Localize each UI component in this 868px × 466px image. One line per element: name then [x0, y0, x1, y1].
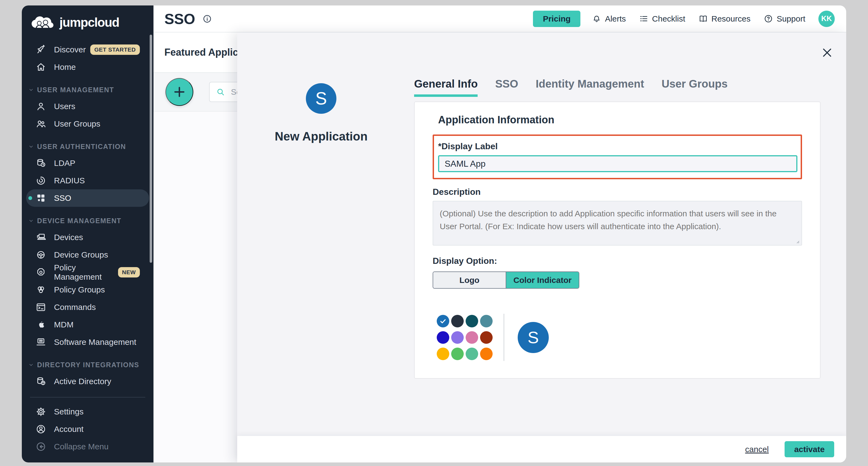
sidebar-section-directory-integrations[interactable]: DIRECTORY INTEGRATIONS [22, 357, 153, 373]
sidebar-item-label: User Groups [54, 119, 100, 128]
activate-button[interactable]: activate [784, 441, 834, 457]
sidebar-section-device-management[interactable]: DEVICE MANAGEMENT [22, 213, 153, 229]
color-swatch-fa7c06[interactable] [480, 348, 493, 360]
sidebar-item-devices[interactable]: Devices [26, 229, 149, 246]
sidebar-section-user-authentication[interactable]: USER AUTHENTICATION [22, 139, 153, 154]
account-circle-icon [35, 424, 46, 435]
user-group-icon [35, 118, 46, 129]
check-icon [439, 317, 447, 325]
action-label: Resources [712, 14, 750, 24]
sidebar-section-label: USER MANAGEMENT [37, 86, 114, 94]
jumpcloud-logo[interactable]: jumpcloud [31, 15, 153, 30]
tab-general-info[interactable]: General Info [414, 78, 477, 97]
sidebar-item-label: RADIUS [54, 176, 85, 185]
sidebar-item-ldap[interactable]: LDAP [26, 154, 149, 172]
tab-user-groups[interactable]: User Groups [662, 78, 727, 97]
color-swatch-57c262[interactable] [451, 348, 464, 360]
sso-grid-icon [35, 193, 46, 204]
jumpcloud-cloud-icon [31, 15, 56, 30]
question-circle-icon [764, 14, 773, 24]
app-window: jumpcloud DiscoverGET STARTEDHomeUSER MA… [22, 5, 846, 462]
sidebar-scrollbar[interactable] [150, 35, 152, 263]
sidebar-section-label: DIRECTORY INTEGRATIONS [37, 361, 139, 369]
annotation-highlight-box: *Display Label [433, 135, 802, 179]
sidebar-item-discover[interactable]: DiscoverGET STARTED [26, 41, 149, 58]
color-swatch-8a71e8[interactable] [451, 331, 464, 344]
color-swatch-57bf96[interactable] [466, 348, 478, 360]
display-option-toggle: Logo Color Indicator [433, 271, 579, 289]
sidebar-item-device-groups[interactable]: Device Groups [26, 246, 149, 264]
sidebar-item-label: Devices [54, 233, 83, 242]
search-icon [216, 87, 225, 97]
home-icon [35, 62, 46, 72]
tab-identity-management[interactable]: Identity Management [536, 78, 644, 97]
color-indicator-option[interactable]: Color Indicator [506, 272, 579, 288]
sidebar-item-label: Account [54, 425, 84, 434]
color-picker-row: S [433, 314, 802, 361]
color-swatch-1a6fb5[interactable] [437, 315, 449, 327]
resize-grip-icon[interactable] [795, 239, 800, 244]
sidebar-item-policy-management[interactable]: Policy ManagementNEW [26, 264, 149, 281]
rocket-icon [35, 44, 46, 55]
sidebar-item-collapse-menu[interactable]: Collapse Menu [26, 438, 149, 455]
avatar[interactable]: KK [818, 11, 835, 27]
sidebar-item-user-groups[interactable]: User Groups [26, 115, 149, 133]
gear-icon [35, 406, 46, 417]
book-icon [699, 14, 708, 24]
close-icon[interactable] [820, 46, 834, 59]
sidebar-item-label: Policy Management [54, 263, 118, 282]
display-label-input[interactable] [438, 155, 797, 172]
badge-new: NEW [118, 267, 140, 278]
add-application-button[interactable] [165, 78, 193, 106]
sidebar-item-label: Settings [54, 407, 84, 416]
ldap-database-icon [35, 158, 46, 169]
support-button[interactable]: Support [764, 14, 805, 24]
modal-footer: cancel activate [237, 436, 846, 462]
sidebar-item-software-management[interactable]: Software Management [26, 333, 149, 351]
user-icon [35, 101, 46, 112]
color-swatch-0d5260[interactable] [466, 315, 478, 327]
sidebar-item-settings[interactable]: Settings [26, 403, 149, 420]
description-textarea[interactable] [433, 201, 802, 245]
color-swatch-1b10c5[interactable] [437, 331, 449, 344]
sidebar-item-home[interactable]: Home [26, 58, 149, 76]
sidebar-item-radius[interactable]: RADIUS [26, 172, 149, 190]
sidebar-item-policy-groups[interactable]: Policy Groups [26, 281, 149, 298]
sidebar-item-users[interactable]: Users [26, 98, 149, 115]
pricing-button[interactable]: Pricing [533, 11, 580, 27]
display-label-label: *Display Label [438, 141, 797, 151]
terminal-icon [35, 302, 46, 313]
logo-option[interactable]: Logo [433, 272, 506, 288]
sidebar-item-mdm[interactable]: MDM [26, 316, 149, 333]
vertical-divider [503, 314, 504, 361]
color-swatch-27313e[interactable] [451, 315, 464, 327]
sidebar-item-account[interactable]: Account [26, 420, 149, 438]
checklist-button[interactable]: Checklist [639, 14, 685, 24]
action-label: Checklist [652, 14, 685, 24]
color-swatch-d878a8[interactable] [466, 331, 478, 344]
chevron-down-icon [28, 86, 34, 93]
sidebar-item-active-directory[interactable]: Active Directory [26, 373, 149, 390]
sidebar-section-user-management[interactable]: USER MANAGEMENT [22, 82, 153, 98]
radius-dial-icon [35, 175, 46, 186]
chevron-down-icon [28, 143, 34, 150]
page-title: SSO [164, 10, 195, 27]
card-heading: Application Information [438, 114, 802, 126]
sidebar-item-label: Users [54, 102, 75, 111]
info-icon[interactable] [202, 14, 212, 24]
sidebar-item-commands[interactable]: Commands [26, 298, 149, 316]
sidebar-item-sso[interactable]: SSO [26, 190, 149, 207]
policy-groups-icon [35, 284, 46, 295]
action-label: Support [777, 14, 805, 24]
action-label: Alerts [605, 14, 626, 24]
resources-button[interactable]: Resources [699, 14, 750, 24]
alerts-button[interactable]: Alerts [592, 14, 626, 24]
color-swatch-9a2d0d[interactable] [480, 331, 493, 344]
cancel-button[interactable]: cancel [745, 445, 769, 454]
color-swatch-fdb501[interactable] [437, 348, 449, 360]
color-swatch-grid [437, 315, 493, 360]
color-swatch-4d8c9c[interactable] [480, 315, 493, 327]
tab-sso[interactable]: SSO [495, 78, 518, 97]
featured-applications-title: Featured Applica [164, 47, 244, 58]
active-directory-icon [35, 376, 46, 387]
